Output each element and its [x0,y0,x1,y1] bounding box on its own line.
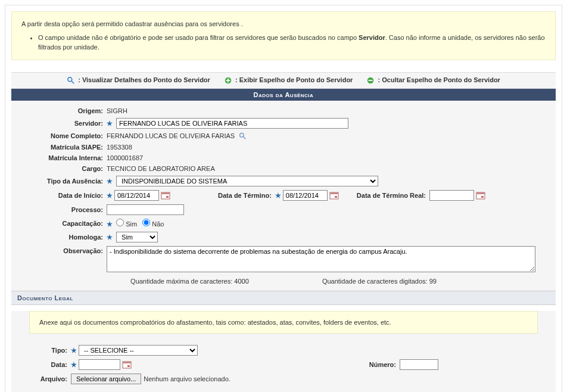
svg-rect-19 [123,362,131,363]
calendar-icon[interactable] [329,191,339,200]
select-tipo-doc[interactable]: -- SELECIONE -- [79,345,198,356]
plus-icon [224,76,232,85]
typed-chars: Quantidade de caracteres digitados: 99 [322,278,437,285]
input-processo[interactable] [107,204,184,215]
svg-line-8 [244,137,246,139]
calendar-icon[interactable] [161,191,170,200]
svg-rect-16 [476,192,485,194]
label-origem: Origem: [17,107,107,114]
required-star: ★ [107,192,113,200]
required-star: ★ [107,178,113,185]
required-star: ★ [107,220,113,228]
select-tipo-ausencia[interactable]: INDISPONIBILIDADE DO SISTEMA [116,176,378,186]
doc-info-box: Anexe aqui os documentos comprobatórios … [29,311,538,334]
svg-point-7 [240,133,244,138]
label-sim: Sim [126,220,137,228]
label-data-termino-real: Data de Término Real: [339,192,429,199]
label-data-doc: Data: [29,361,71,368]
legend-hide: : Ocultar Espelho de Ponto do Servidor [366,76,500,85]
radio-capacitacao-sim[interactable] [116,219,124,226]
label-arquivo: Arquivo: [29,375,71,382]
char-count-row: Quantidade máxima de caracteres: 4000 Qu… [17,275,550,286]
info-bullet: O campo unidade não é obrigatório e pode… [38,33,546,52]
value-cargo: TECNICO DE LABORATORIO AREA [107,165,550,172]
label-processo: Processo: [17,206,107,213]
file-none-text: Nenhum arquivo selecionado. [144,375,230,382]
magnifier-icon [67,76,75,85]
label-tipo-ausencia: Tipo da Ausência: [17,178,107,185]
label-matricula-siape: Matrícula SIAPE: [17,144,107,151]
svg-point-0 [68,77,72,81]
label-matricula-interna: Matrícula Interna: [17,154,107,161]
legend-show: : Exibir Espelho de Ponto do Servidor [224,76,353,85]
input-data-doc[interactable] [79,359,120,370]
value-origem: SIGRH [107,107,550,114]
label-observacao: Observação: [17,246,107,254]
file-select-button[interactable]: Selecionar arquivo... [71,374,141,384]
required-star: ★ [71,347,77,354]
select-homologa[interactable]: Sim [116,232,158,242]
label-nao: Não [152,220,164,228]
label-servidor: Servidor: [17,120,107,127]
required-star: ★ [107,234,113,241]
form-ausencia: Origem: SIGRH Servidor: ★ Nome Completo:… [11,101,556,291]
svg-rect-10 [161,192,170,194]
label-data-inicio: Data de Início: [17,192,107,199]
required-star: ★ [71,361,77,369]
svg-rect-13 [330,192,338,194]
max-chars: Quantidade máxima de caracteres: 4000 [130,278,249,285]
value-matricula-siape: 1953308 [107,144,550,151]
section-header-documento: Documento Legal [11,291,556,305]
label-tipo-doc: Tipo: [29,347,71,354]
required-star: ★ [107,120,113,127]
label-cargo: Cargo: [17,165,107,172]
svg-rect-20 [127,365,130,367]
calendar-icon[interactable] [122,360,132,369]
calendar-icon[interactable] [476,191,485,200]
svg-rect-11 [166,196,169,198]
svg-line-1 [71,80,74,83]
required-star: ★ [275,192,281,200]
input-data-termino[interactable] [283,190,328,201]
info-intro: A partir desta opção será permitido cada… [21,19,546,29]
main-container: A partir desta opção será permitido cada… [5,5,562,392]
label-data-termino: Data de Término: [170,192,275,199]
label-numero: Número: [358,361,400,368]
input-data-termino-real[interactable] [429,190,474,201]
section-header-ausencia: Dados da Ausência [11,89,556,101]
label-homologa: Homologa: [17,234,107,241]
label-capacitacao: Capacitação: [17,220,107,227]
value-nome-completo: FERNANDO LUCAS DE OLIVEIRA FARIAS [107,132,235,139]
label-nome-completo: Nome Completo: [17,132,107,139]
minus-icon [366,76,375,85]
magnifier-icon[interactable] [239,132,247,140]
svg-rect-14 [335,196,337,198]
legend-bar: : Visualizar Detalhes do Ponto do Servid… [11,72,556,89]
input-servidor[interactable] [116,118,348,129]
form-documento: Anexe aqui os documentos comprobatórios … [11,311,556,392]
value-matricula-interna: 1000001687 [107,154,550,161]
input-numero[interactable] [400,359,438,370]
radio-capacitacao-nao[interactable] [142,219,150,226]
info-box: A partir desta opção será permitido cada… [11,11,556,60]
input-data-inicio[interactable] [114,190,159,201]
legend-detail: : Visualizar Detalhes do Ponto do Servid… [67,76,210,85]
svg-rect-17 [481,196,484,198]
textarea-observacao[interactable]: - Indisponibilidade do sistema decorrent… [107,246,535,272]
